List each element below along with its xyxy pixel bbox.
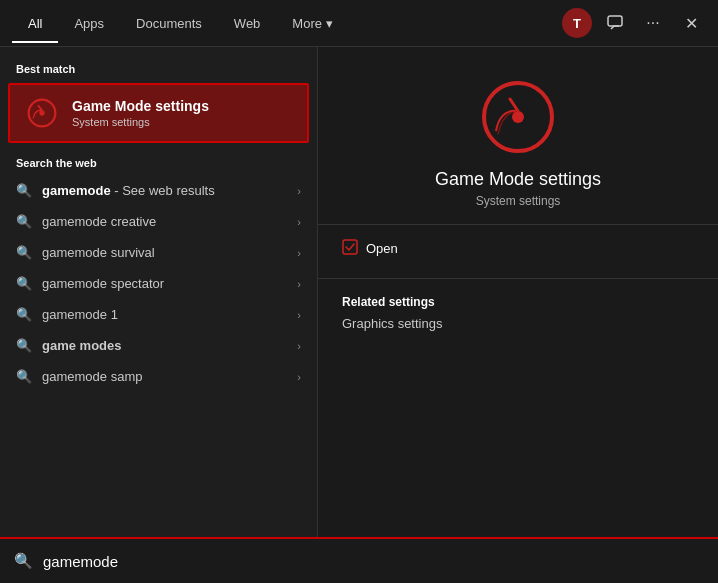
search-bar: 🔍: [0, 537, 718, 583]
search-text-0: gamemode - See web results: [42, 183, 287, 198]
best-match-title: Game Mode settings: [72, 98, 293, 114]
tab-apps[interactable]: Apps: [58, 4, 120, 43]
search-text-5: game modes: [42, 338, 287, 353]
search-icon-1: 🔍: [16, 214, 32, 229]
chevron-3: ›: [297, 278, 301, 290]
search-icon-2: 🔍: [16, 245, 32, 260]
search-icon-5: 🔍: [16, 338, 32, 353]
related-settings-label: Related settings: [318, 289, 718, 313]
chevron-6: ›: [297, 371, 301, 383]
svg-rect-0: [608, 16, 622, 26]
best-match-text: Game Mode settings System settings: [72, 98, 293, 128]
search-result-1[interactable]: 🔍 gamemode creative ›: [0, 206, 317, 237]
chevron-4: ›: [297, 309, 301, 321]
search-result-0[interactable]: 🔍 gamemode - See web results ›: [0, 175, 317, 206]
tab-all[interactable]: All: [12, 4, 58, 43]
open-action[interactable]: Open: [318, 235, 718, 262]
open-label: Open: [366, 241, 398, 256]
chevron-1: ›: [297, 216, 301, 228]
search-icon-3: 🔍: [16, 276, 32, 291]
right-panel: Game Mode settings System settings Open …: [318, 47, 718, 537]
more-options-icon[interactable]: ···: [638, 8, 668, 38]
search-web-label: Search the web: [0, 153, 317, 175]
feedback-icon[interactable]: [600, 8, 630, 38]
search-text-1: gamemode creative: [42, 214, 287, 229]
search-result-4[interactable]: 🔍 gamemode 1 ›: [0, 299, 317, 330]
best-match-label: Best match: [0, 59, 317, 81]
search-text-4: gamemode 1: [42, 307, 287, 322]
header: All Apps Documents Web More ▾ T ··· ✕: [0, 0, 718, 47]
graphics-settings-link[interactable]: Graphics settings: [318, 313, 718, 334]
tab-more[interactable]: More ▾: [276, 4, 348, 43]
left-panel: Best match Game Mode settings System set…: [0, 47, 318, 537]
search-result-5[interactable]: 🔍 game modes ›: [0, 330, 317, 361]
search-input[interactable]: [43, 553, 704, 570]
search-icon-0: 🔍: [16, 183, 32, 198]
search-text-3: gamemode spectator: [42, 276, 287, 291]
search-result-2[interactable]: 🔍 gamemode survival ›: [0, 237, 317, 268]
search-bar-icon: 🔍: [14, 552, 33, 570]
best-match-item[interactable]: Game Mode settings System settings: [8, 83, 309, 143]
right-title: Game Mode settings: [435, 169, 601, 190]
search-text-2: gamemode survival: [42, 245, 287, 260]
search-text-6: gamemode samp: [42, 369, 287, 384]
close-icon[interactable]: ✕: [676, 8, 706, 38]
search-result-3[interactable]: 🔍 gamemode spectator ›: [0, 268, 317, 299]
tab-web[interactable]: Web: [218, 4, 277, 43]
chevron-5: ›: [297, 340, 301, 352]
search-icon-6: 🔍: [16, 369, 32, 384]
search-icon-4: 🔍: [16, 307, 32, 322]
open-icon: [342, 239, 358, 258]
chevron-0: ›: [297, 185, 301, 197]
user-avatar[interactable]: T: [562, 8, 592, 38]
chevron-2: ›: [297, 247, 301, 259]
header-actions: T ··· ✕: [562, 8, 706, 38]
svg-point-4: [512, 111, 524, 123]
divider: [318, 224, 718, 225]
best-match-icon: [24, 95, 60, 131]
tab-documents[interactable]: Documents: [120, 4, 218, 43]
right-icon-area: [478, 47, 558, 169]
divider-2: [318, 278, 718, 279]
nav-tabs: All Apps Documents Web More ▾: [12, 4, 562, 43]
main-content: Best match Game Mode settings System set…: [0, 47, 718, 537]
search-result-6[interactable]: 🔍 gamemode samp ›: [0, 361, 317, 392]
right-subtitle: System settings: [476, 194, 561, 208]
svg-rect-5: [343, 240, 357, 254]
best-match-subtitle: System settings: [72, 116, 293, 128]
